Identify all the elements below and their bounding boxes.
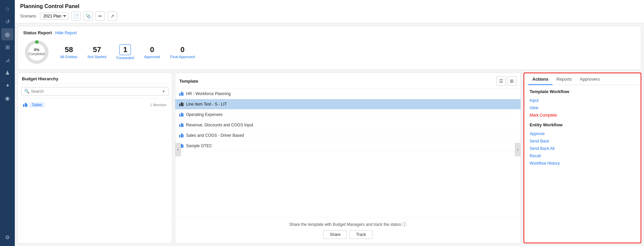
template-item-hr[interactable]: HR - Workforce Planning (175, 89, 521, 99)
search-input-wrapper: 🔍 ▼ (21, 87, 169, 95)
metric-forwarded: 1 Forwarded (116, 44, 134, 60)
person-icon[interactable]: ♟ (1, 67, 13, 79)
help-icon[interactable]: ⓘ (402, 222, 406, 227)
template-bar-icon-2 (179, 102, 183, 106)
mark-complete-link[interactable]: Mark Complete (530, 112, 635, 119)
page-toolbar: Scenario 2021 Plan 2022 Plan 2023 Plan 📄… (20, 11, 639, 21)
grid-icon[interactable]: ⊞ (1, 41, 13, 53)
metric-not-started-number: 57 (93, 45, 101, 54)
metric-forwarded-number: 1 (119, 44, 131, 55)
attachment-btn[interactable]: 📎 (83, 11, 93, 21)
track-btn[interactable]: Track (350, 230, 372, 239)
page-header: Planning Control Panel Scenario 2021 Pla… (15, 0, 644, 23)
collapse-right-btn[interactable]: › (515, 143, 521, 156)
template-header: Template ☰ ⊞ (175, 73, 521, 89)
metric-forwarded-label[interactable]: Forwarded (116, 56, 134, 60)
panels-row: Budget Hierarchy 🔍 ▼ Sales 1 Member (17, 73, 641, 243)
template-panel: Template ☰ ⊞ ‹ HR - Workforce Planning (175, 73, 521, 243)
template-item-sales[interactable]: Sales and COGS - Driver Based (175, 130, 521, 141)
template-item-name-4: Revenue, Discounts and COGS Input (186, 123, 253, 127)
edit-btn[interactable]: ✏ (96, 11, 105, 21)
view-link[interactable]: View (530, 104, 635, 112)
entity-workflow-title: Entity Workflow (530, 122, 635, 127)
donut-label: 0% Completed (29, 48, 45, 56)
template-panel-title: Template (179, 79, 496, 84)
recall-link[interactable]: Recall (530, 152, 635, 160)
template-workflow-title: Template Workflow (530, 89, 635, 94)
input-link[interactable]: Input (530, 97, 635, 104)
budget-panel: Budget Hierarchy 🔍 ▼ Sales 1 Member (17, 73, 172, 243)
trend-btn[interactable]: ↗ (108, 11, 117, 21)
template-bar-icon-3 (179, 113, 183, 117)
actions-panel: Actions Reports Approvers Template Workf… (524, 73, 641, 243)
search-dropdown-icon[interactable]: ▼ (162, 89, 166, 93)
list-item[interactable]: Sales 1 Member (21, 100, 169, 109)
search-icon: 🔍 (24, 89, 30, 94)
metric-all-entities-number: 58 (65, 45, 73, 54)
metric-not-started: 57 Not Started (87, 45, 106, 59)
scenario-label: Scenario (20, 14, 36, 18)
template-item-name-5: Sales and COGS - Driver Based (186, 133, 244, 138)
send-back-link[interactable]: Send Back (530, 137, 635, 145)
template-item-opex[interactable]: Operating Expenses (175, 110, 521, 120)
metric-all-entities-label[interactable]: All Entities (60, 55, 77, 59)
template-item-gtec[interactable]: Sample GTEC (175, 141, 521, 151)
tab-reports[interactable]: Reports (552, 73, 576, 85)
approve-link[interactable]: Approve (530, 130, 635, 137)
status-report-header: Status Report Hide Report (23, 30, 636, 35)
list-view-btn[interactable]: ☰ (496, 76, 506, 86)
metric-not-started-label[interactable]: Not Started (87, 55, 106, 59)
metric-final-approved: 0 Final Approved (170, 45, 195, 59)
grid-view-btn[interactable]: ⊞ (507, 76, 516, 86)
refresh-icon[interactable]: ↺ (1, 15, 13, 28)
badge-icon[interactable]: ✦ (1, 79, 13, 91)
template-footer-text: Share the template with Budget Managers … (179, 221, 516, 228)
tab-approvers[interactable]: Approvers (576, 73, 604, 85)
search-input[interactable] (31, 89, 160, 94)
chart-icon[interactable]: ⊿ (1, 54, 13, 66)
document-btn[interactable]: 📄 (71, 11, 81, 21)
item-tag: Sales (29, 102, 45, 108)
donut-chart: 0% Completed (23, 39, 50, 66)
item-member-count: 1 Member (150, 103, 167, 107)
footer-btns: Share Track (179, 230, 516, 239)
send-back-all-link[interactable]: Send Back All (530, 145, 635, 152)
donut-pct: 0% (29, 48, 45, 52)
workflow-history-link[interactable]: Workflow History (530, 160, 635, 167)
metric-approved-number: 0 (150, 45, 154, 54)
status-report-title: Status Report (23, 30, 52, 35)
template-item-name-6: Sample GTEC (186, 144, 212, 148)
share-btn[interactable]: Share (323, 230, 347, 239)
target-icon[interactable]: ◎ (1, 28, 13, 40)
sidebar: ⌂ ↺ ◎ ⊞ ⊿ ♟ ✦ ◉ ⚙ (0, 0, 15, 246)
metric-final-approved-label[interactable]: Final Approved (170, 55, 195, 59)
actions-tabs: Actions Reports Approvers (524, 73, 641, 85)
metric-approved-label[interactable]: Approved (144, 55, 160, 59)
hierarchy-list: Sales 1 Member (18, 98, 172, 243)
home-icon[interactable]: ⌂ (1, 3, 13, 15)
template-bar-icon-4 (179, 123, 183, 127)
collapse-left-btn[interactable]: ‹ (175, 143, 181, 156)
template-list: HR - Workforce Planning Line Item Test -… (175, 89, 521, 217)
view-btns: ☰ ⊞ (496, 76, 516, 86)
circle-icon[interactable]: ◉ (1, 92, 13, 104)
template-footer: Share the template with Budget Managers … (175, 217, 521, 243)
template-item-rev[interactable]: Revenue, Discounts and COGS Input (175, 120, 521, 130)
tab-actions[interactable]: Actions (528, 73, 552, 85)
actions-body: Template Workflow Input View Mark Comple… (524, 85, 641, 243)
budget-panel-title: Budget Hierarchy (18, 73, 172, 84)
search-bar: 🔍 ▼ (18, 84, 172, 98)
template-item-lit[interactable]: Line Item Test - S - LIT (175, 99, 521, 110)
scenario-select[interactable]: 2021 Plan 2022 Plan 2023 Plan (40, 12, 69, 20)
metric-final-approved-number: 0 (180, 45, 184, 54)
status-metrics: 0% Completed 58 All Entities 57 Not Star… (23, 39, 636, 66)
gear-icon[interactable]: ⚙ (1, 231, 13, 243)
main-content: Planning Control Panel Scenario 2021 Pla… (15, 0, 644, 246)
template-item-name: HR - Workforce Planning (186, 91, 231, 96)
hide-report-link[interactable]: Hide Report (55, 31, 77, 35)
item-bar-icon (23, 103, 27, 107)
template-item-name-3: Operating Expenses (186, 112, 223, 117)
template-item-name-2: Line Item Test - S - LIT (186, 102, 227, 107)
status-report: Status Report Hide Report 0% Completed 5… (17, 26, 641, 70)
page-title: Planning Control Panel (20, 3, 639, 9)
